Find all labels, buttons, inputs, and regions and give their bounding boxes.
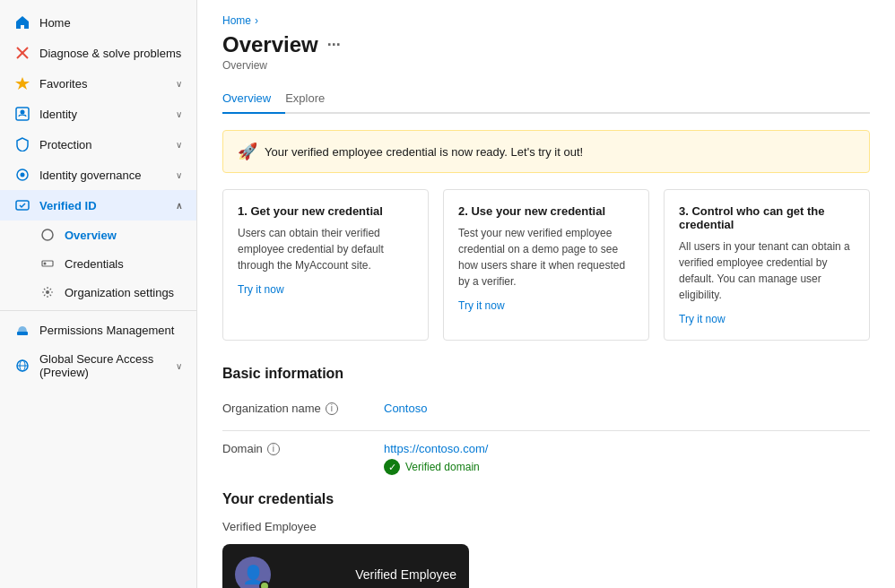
sidebar-item-permissions-label: Permissions Management [39,324,174,337]
sidebar-sub-credentials[interactable]: Credentials [0,249,196,278]
sidebar-item-protection-label: Protection [39,138,92,151]
sidebar-item-favorites-label: Favorites [39,77,87,91]
card-1-title: 1. Get your new credential [238,204,413,218]
favorites-icon [14,75,30,91]
org-settings-icon [39,284,56,300]
ellipsis-button[interactable]: ··· [327,36,341,55]
card-3-link[interactable]: Try it now [679,313,726,325]
cards-container: 1. Get your new credential Users can obt… [222,189,870,341]
sidebar-sub-credentials-label: Credentials [65,257,124,271]
credentials-title: Your credentials [222,491,870,507]
sidebar-sub-overview-label: Overview [65,229,117,242]
svg-rect-12 [17,332,28,335]
sidebar-item-governance-label: Identity governance [39,169,141,182]
credential-online-dot [259,581,270,588]
favorites-chevron: ∨ [176,79,182,89]
tabs-container: Overview Explore [222,84,870,114]
sidebar: Home Diagnose & solve problems Favorites… [0,0,197,588]
org-name-value[interactable]: Contoso [384,402,427,415]
domain-value-block: https://contoso.com/ ✓ Verified domain [384,442,488,475]
sidebar-item-identity-governance[interactable]: Identity governance ∨ [0,160,196,190]
page-title: Overview ··· [222,32,870,57]
svg-point-10 [44,263,47,265]
sidebar-item-global-access[interactable]: Global Secure Access (Preview) ∨ [0,345,196,386]
domain-row: Domain i https://contoso.com/ ✓ Verified… [222,435,870,482]
card-1-link[interactable]: Try it now [238,283,284,296]
banner: 🚀 Your verified employee credential is n… [222,130,870,173]
svg-point-4 [21,110,25,115]
banner-text: Your verified employee credential is now… [265,145,583,159]
sidebar-item-identity[interactable]: Identity ∨ [0,99,196,129]
breadcrumb-separator: › [255,14,258,27]
domain-link[interactable]: https://contoso.com/ [384,442,488,455]
permissions-icon [14,322,30,338]
svg-point-11 [46,290,49,294]
sidebar-sub-org-settings[interactable]: Organization settings [0,278,196,307]
home-icon [14,14,30,30]
card-1: 1. Get your new credential Users can obt… [222,189,429,341]
card-3-title: 3. Control who can get the credential [679,204,855,231]
sidebar-item-verified-id[interactable]: Verified ID ∧ [0,190,196,220]
card-3: 3. Control who can get the credential Al… [664,189,870,341]
credentials-icon [39,255,56,272]
sidebar-item-home[interactable]: Home [0,7,196,38]
org-info-icon: i [326,402,338,415]
card-2: 2. Use your new credential Test your new… [443,189,649,341]
sidebar-item-identity-label: Identity [39,108,77,121]
protection-icon [14,136,30,152]
org-name-label: Organization name i [222,402,384,415]
info-divider-1 [222,430,870,431]
sidebar-item-diagnose[interactable]: Diagnose & solve problems [0,38,196,68]
sidebar-item-global-label: Global Secure Access (Preview) [39,352,167,379]
sidebar-item-home-label: Home [39,16,71,30]
identity-chevron: ∨ [176,109,182,119]
credential-card: 👤 Verified Employee Contoso [222,544,469,588]
org-name-row: Organization name i Contoso [222,394,870,427]
credential-avatar: 👤 [235,557,271,588]
sidebar-sub-org-settings-label: Organization settings [65,286,174,299]
diagnose-icon [14,45,30,61]
svg-point-8 [42,229,53,240]
main-content: Home › Overview ··· Overview Overview Ex… [197,0,895,588]
basic-info-title: Basic information [222,366,870,382]
global-chevron: ∨ [176,361,182,371]
identity-icon [14,106,30,122]
overview-icon [39,227,56,243]
governance-chevron: ∨ [176,170,182,180]
breadcrumb-home[interactable]: Home [222,14,251,27]
verified-id-icon [14,197,30,213]
breadcrumb: Home › [222,14,870,27]
sidebar-item-favorites[interactable]: Favorites ∨ [0,68,196,99]
banner-icon: 🚀 [238,142,257,161]
credential-card-title: Verified Employee [355,567,456,582]
basic-info-section: Basic information Organization name i Co… [222,366,870,482]
card-1-body: Users can obtain their verified employee… [238,225,413,273]
card-3-body: All users in your tenant can obtain a ve… [679,238,855,303]
page-title-text: Overview [222,32,318,57]
sidebar-item-verified-id-label: Verified ID [39,199,97,212]
verified-badge: ✓ Verified domain [384,459,488,475]
svg-point-6 [21,173,25,177]
card-2-body: Test your new verified employee credenti… [458,225,634,290]
page-subtitle: Overview [222,59,870,72]
credentials-subtitle: Verified Employee [222,520,870,533]
sidebar-sub-overview[interactable]: Overview [0,220,196,249]
sidebar-item-diagnose-label: Diagnose & solve problems [39,47,181,60]
svg-marker-2 [15,77,30,90]
domain-label: Domain i [222,442,384,455]
tab-explore[interactable]: Explore [285,84,339,114]
sidebar-item-permissions[interactable]: Permissions Management [0,315,196,345]
verified-check-icon: ✓ [384,459,400,475]
global-icon [14,358,30,374]
card-2-link[interactable]: Try it now [458,299,505,312]
credentials-section: Your credentials Verified Employee 👤 Ver… [222,491,870,588]
tab-overview[interactable]: Overview [222,84,285,114]
card-2-title: 2. Use your new credential [458,204,634,218]
domain-info-icon: i [267,443,280,455]
protection-chevron: ∨ [176,140,182,150]
sidebar-divider [0,310,196,311]
verified-id-chevron: ∧ [176,201,182,211]
verified-text: Verified domain [405,461,480,473]
sidebar-item-protection[interactable]: Protection ∨ [0,129,196,160]
governance-icon [14,167,30,183]
